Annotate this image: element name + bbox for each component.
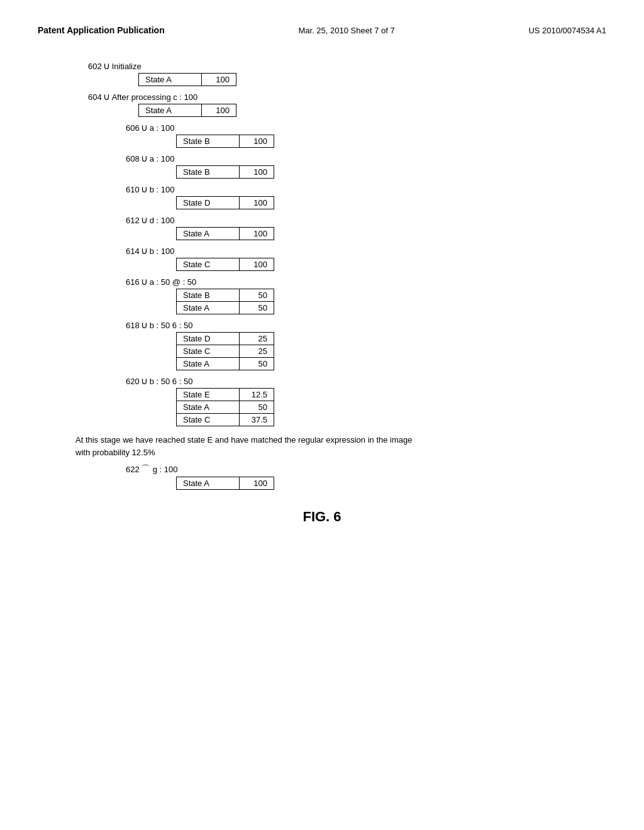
step-602-table: State A100 bbox=[138, 73, 236, 86]
step-608-label: a : 100 bbox=[150, 154, 175, 163]
header-title: Patent Application Publication bbox=[38, 25, 165, 35]
step-606-symbol: ∪ bbox=[141, 122, 148, 133]
step-622-number: 622 bbox=[126, 465, 140, 474]
table-row: State B100 bbox=[177, 135, 274, 148]
step-622-symbol: ⌒ bbox=[141, 463, 150, 475]
step-608-symbol: ∪ bbox=[141, 153, 148, 164]
table-row: State A100 bbox=[139, 74, 236, 86]
table-row: State C25 bbox=[177, 345, 274, 358]
state-name: State A bbox=[177, 401, 240, 414]
step-604-table: State A100 bbox=[138, 104, 236, 117]
step-604-symbol: ∪ bbox=[103, 91, 110, 102]
step-612-table: State A100 bbox=[176, 227, 274, 240]
step-606-table: State B100 bbox=[176, 135, 274, 148]
state-name: State A bbox=[139, 74, 202, 86]
state-value: 50 bbox=[240, 401, 274, 414]
state-name: State B bbox=[177, 135, 240, 148]
step-602-number: 602 bbox=[88, 62, 102, 71]
step-602-symbol: ∪ bbox=[103, 60, 110, 72]
step-614-table: State C100 bbox=[176, 258, 274, 271]
step-602-header: 602∪Initialize bbox=[88, 60, 236, 72]
step-602: 602∪InitializeState A100 bbox=[88, 60, 236, 91]
step-606-header: 606∪a : 100 bbox=[88, 122, 274, 133]
state-value: 37.5 bbox=[240, 414, 274, 426]
step-608-number: 608 bbox=[126, 154, 140, 163]
step-608-header: 608∪a : 100 bbox=[88, 153, 274, 164]
step-620-symbol: ∪ bbox=[141, 375, 148, 387]
step-618-symbol: ∪ bbox=[141, 319, 148, 331]
step-610-header: 610∪b : 100 bbox=[88, 184, 274, 195]
step-612-label: d : 100 bbox=[150, 216, 175, 225]
step-614-label: b : 100 bbox=[150, 246, 175, 256]
step-620-label: b : 50 6 : 50 bbox=[150, 377, 193, 386]
step-612-symbol: ∪ bbox=[141, 214, 148, 226]
table-row: State A100 bbox=[139, 104, 236, 117]
state-value: 100 bbox=[240, 135, 274, 148]
table-row: State A50 bbox=[177, 401, 274, 414]
state-value: 25 bbox=[240, 333, 274, 345]
step-612-header: 612∪d : 100 bbox=[88, 214, 274, 226]
state-value: 12.5 bbox=[240, 389, 274, 401]
state-value: 100 bbox=[240, 197, 274, 209]
table-row: State C100 bbox=[177, 258, 274, 271]
table-row: State B50 bbox=[177, 289, 274, 302]
step-610-table: State D100 bbox=[176, 196, 274, 209]
step-604-header: 604∪After processing c : 100 bbox=[88, 91, 236, 102]
step-606: 606∪a : 100State B100 bbox=[88, 122, 274, 153]
table-row: State B100 bbox=[177, 166, 274, 179]
step-622-header: 622 ⌒ g : 100 bbox=[88, 463, 606, 475]
state-name: State C bbox=[177, 258, 240, 271]
step-614-header: 614∪b : 100 bbox=[88, 245, 274, 257]
table-row: State E12.5 bbox=[177, 389, 274, 401]
step-620: 620∪b : 50 6 : 50State E12.5State A50Sta… bbox=[88, 375, 274, 431]
state-name: State D bbox=[177, 197, 240, 209]
step-608: 608∪a : 100State B100 bbox=[88, 153, 274, 184]
table-row: State A50 bbox=[177, 302, 274, 314]
state-name: State A bbox=[177, 477, 240, 490]
table-row: State A50 bbox=[177, 358, 274, 370]
state-name: State A bbox=[177, 302, 240, 314]
figure-label: FIG. 6 bbox=[38, 509, 606, 525]
state-name: State C bbox=[177, 345, 240, 358]
state-value: 100 bbox=[240, 228, 274, 240]
step-610-symbol: ∪ bbox=[141, 184, 148, 195]
step-618-number: 618 bbox=[126, 321, 140, 330]
step-616-header: 616∪a : 50 @ : 50 bbox=[88, 276, 274, 287]
table-row: State D100 bbox=[177, 197, 274, 209]
step-612-number: 612 bbox=[126, 216, 140, 225]
state-name: State A bbox=[177, 358, 240, 370]
table-row: State C37.5 bbox=[177, 414, 274, 426]
state-name: State D bbox=[177, 333, 240, 345]
step-622: 622 ⌒ g : 100 State A100 bbox=[88, 463, 606, 490]
state-value: 100 bbox=[240, 477, 274, 490]
state-name: State B bbox=[177, 289, 240, 302]
state-value: 50 bbox=[240, 358, 274, 370]
step-608-table: State B100 bbox=[176, 165, 274, 179]
state-value: 25 bbox=[240, 345, 274, 358]
step-614-symbol: ∪ bbox=[141, 245, 148, 257]
page: Patent Application Publication Mar. 25, … bbox=[0, 0, 644, 830]
step-616-table: State B50State A50 bbox=[176, 289, 274, 314]
step-620-number: 620 bbox=[126, 377, 140, 386]
step-602-label: Initialize bbox=[112, 62, 142, 71]
footnote-text: At this stage we have reached state E an… bbox=[75, 434, 428, 458]
state-value: 100 bbox=[202, 104, 236, 117]
step-614-number: 614 bbox=[126, 246, 140, 256]
state-name: State E bbox=[177, 389, 240, 401]
step-604: 604∪After processing c : 100State A100 bbox=[88, 91, 236, 122]
step-620-table: State E12.5State A50State C37.5 bbox=[176, 388, 274, 426]
state-name: State A bbox=[139, 104, 202, 117]
step-606-label: a : 100 bbox=[150, 123, 175, 133]
step-622-table: State A100 bbox=[176, 477, 274, 490]
diagram: 602∪InitializeState A100604∪After proces… bbox=[38, 60, 606, 431]
state-value: 50 bbox=[240, 302, 274, 314]
step-618-header: 618∪b : 50 6 : 50 bbox=[88, 319, 274, 331]
page-header: Patent Application Publication Mar. 25, … bbox=[38, 25, 606, 35]
step-616-number: 616 bbox=[126, 277, 140, 287]
step-604-number: 604 bbox=[88, 92, 102, 102]
header-patent: US 2010/0074534 A1 bbox=[528, 26, 606, 35]
step-618: 618∪b : 50 6 : 50State D25State C25State… bbox=[88, 319, 274, 375]
step-610: 610∪b : 100State D100 bbox=[88, 184, 274, 214]
state-name: State C bbox=[177, 414, 240, 426]
step-618-table: State D25State C25State A50 bbox=[176, 332, 274, 370]
